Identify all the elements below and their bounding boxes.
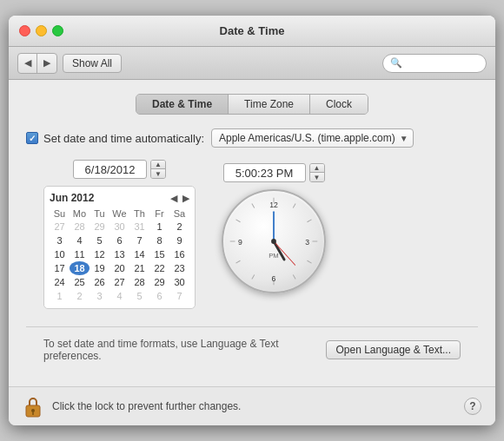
auto-checkbox-area: ✓ Set date and time automatically: <box>26 132 204 145</box>
calendar-day[interactable]: 21 <box>129 261 149 275</box>
calendar-day[interactable]: 31 <box>129 220 149 234</box>
calendar-prev-button[interactable]: ◀ <box>170 193 177 204</box>
calendar-day[interactable]: 13 <box>109 247 129 261</box>
date-input[interactable] <box>73 160 147 179</box>
server-dropdown[interactable]: Apple Americas/U.S. (time.apple.com) ▼ <box>211 128 414 148</box>
calendar-day[interactable]: 11 <box>70 247 90 261</box>
time-stepper-up[interactable]: ▲ <box>310 164 324 173</box>
dropdown-arrow-icon: ▼ <box>400 134 408 143</box>
calendar-day[interactable]: 19 <box>90 261 109 275</box>
calendar-day[interactable]: 20 <box>109 261 129 275</box>
time-stepper: ▲ ▼ <box>309 163 325 182</box>
main-window: Date & Time ◀ ▶ Show All 🔍 Date & Time T… <box>9 16 495 425</box>
main-area: ▲ ▼ Jun 2012 ◀ ▶ <box>26 160 478 309</box>
calendar-day[interactable]: 26 <box>90 275 109 289</box>
calendar-day[interactable]: 16 <box>169 247 189 261</box>
date-stepper-down[interactable]: ▼ <box>151 169 165 178</box>
svg-line-5 <box>293 275 295 280</box>
calendar-day[interactable]: 3 <box>50 234 70 247</box>
tab-bar: Date & Time Time Zone Clock <box>26 94 478 115</box>
calendar-day[interactable]: 30 <box>109 220 129 234</box>
titlebar: Date & Time <box>9 16 495 47</box>
forward-button[interactable]: ▶ <box>37 54 56 73</box>
calendar-day[interactable]: 17 <box>50 261 70 275</box>
cal-dow-we: We <box>109 207 129 220</box>
calendar-day[interactable]: 7 <box>129 234 149 247</box>
tab-clock[interactable]: Clock <box>310 95 368 114</box>
svg-line-11 <box>252 203 255 207</box>
calendar-day[interactable]: 6 <box>149 289 169 303</box>
analog-clock: 12 3 6 9 PM <box>222 189 326 293</box>
svg-text:PM: PM <box>269 252 279 260</box>
calendar-day[interactable]: 14 <box>129 247 149 261</box>
svg-line-7 <box>252 275 255 280</box>
time-input-row: ▲ ▼ <box>223 163 325 182</box>
clock-svg: 12 3 6 9 PM <box>223 191 324 292</box>
calendar-day[interactable]: 22 <box>149 261 169 275</box>
calendar-day[interactable]: 12 <box>90 247 109 261</box>
svg-text:12: 12 <box>269 201 278 209</box>
nav-buttons: ◀ ▶ <box>17 53 57 74</box>
cal-dow-mo: Mo <box>70 207 90 220</box>
back-button[interactable]: ◀ <box>18 54 37 73</box>
maximize-button[interactable] <box>52 25 63 36</box>
calendar-day[interactable]: 3 <box>90 289 109 303</box>
calendar-day[interactable]: 5 <box>90 234 109 247</box>
svg-line-2 <box>308 220 312 222</box>
calendar-day[interactable]: 30 <box>169 275 189 289</box>
calendar-day[interactable]: 24 <box>50 275 70 289</box>
calendar-month-year: Jun 2012 <box>50 192 94 204</box>
tab-time-zone[interactable]: Time Zone <box>229 95 310 114</box>
calendar-day[interactable]: 28 <box>129 275 149 289</box>
tab-date-time[interactable]: Date & Time <box>136 95 229 114</box>
traffic-lights <box>9 25 63 36</box>
calendar-day[interactable]: 8 <box>149 234 169 247</box>
calendar-day[interactable]: 10 <box>50 247 70 261</box>
calendar-day[interactable]: 18 <box>70 261 90 275</box>
calendar-day[interactable]: 6 <box>109 234 129 247</box>
lock-icon[interactable] <box>23 394 43 418</box>
calendar-day[interactable]: 27 <box>50 220 70 234</box>
show-all-button[interactable]: Show All <box>63 54 122 73</box>
cal-dow-tu: Tu <box>90 207 109 220</box>
calendar-day[interactable]: 28 <box>70 220 90 234</box>
svg-text:3: 3 <box>305 238 309 247</box>
calendar-day[interactable]: 25 <box>70 275 90 289</box>
content-area: Date & Time Time Zone Clock ✓ Set date a… <box>9 80 495 386</box>
search-icon: 🔍 <box>390 57 402 69</box>
calendar-day[interactable]: 1 <box>50 289 70 303</box>
time-stepper-down[interactable]: ▼ <box>310 173 324 181</box>
search-box[interactable]: 🔍 <box>382 54 487 73</box>
help-button[interactable]: ? <box>464 398 481 415</box>
date-stepper-up[interactable]: ▲ <box>151 161 165 169</box>
bottom-bar: To set date and time formats, use Langua… <box>26 326 478 372</box>
auto-checkbox[interactable]: ✓ <box>26 132 38 144</box>
minimize-button[interactable] <box>36 25 47 36</box>
calendar-next-button[interactable]: ▶ <box>182 193 189 204</box>
calendar-day[interactable]: 5 <box>129 289 149 303</box>
calendar-day[interactable]: 1 <box>149 220 169 234</box>
calendar-day[interactable]: 27 <box>109 275 129 289</box>
calendar-day[interactable]: 29 <box>149 275 169 289</box>
date-section: ▲ ▼ Jun 2012 ◀ ▶ <box>43 160 196 309</box>
calendar-day[interactable]: 23 <box>169 261 189 275</box>
open-language-button[interactable]: Open Language & Text... <box>326 340 461 359</box>
calendar-day[interactable]: 2 <box>70 289 90 303</box>
calendar-grid: Su Mo Tu We Th Fr Sa 2728293031123456789… <box>50 207 189 303</box>
tab-group: Date & Time Time Zone Clock <box>136 94 368 115</box>
svg-line-1 <box>293 203 295 207</box>
calendar-day[interactable]: 9 <box>169 234 189 247</box>
calendar-day[interactable]: 2 <box>169 220 189 234</box>
svg-point-22 <box>31 409 35 412</box>
time-input[interactable] <box>223 163 306 182</box>
svg-line-10 <box>235 220 240 222</box>
svg-text:6: 6 <box>272 274 276 283</box>
calendar-day[interactable]: 4 <box>109 289 129 303</box>
calendar-day[interactable]: 15 <box>149 247 169 261</box>
time-section: ▲ ▼ <box>222 160 326 309</box>
close-button[interactable] <box>19 25 30 36</box>
server-value: Apple Americas/U.S. (time.apple.com) <box>219 132 395 144</box>
calendar-day[interactable]: 4 <box>70 234 90 247</box>
calendar-day[interactable]: 7 <box>169 289 189 303</box>
calendar-day[interactable]: 29 <box>90 220 109 234</box>
